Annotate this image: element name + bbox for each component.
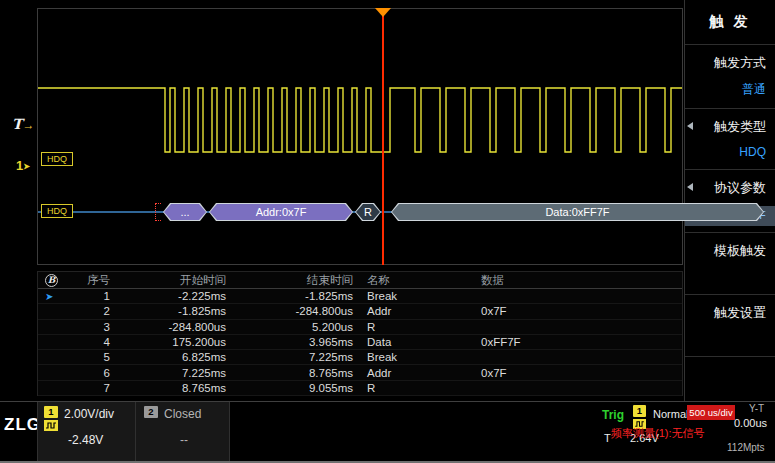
- row-data: 0x7F: [481, 367, 682, 379]
- row-start-time: -284.800us: [110, 321, 226, 333]
- menu-item-label: 协议参数: [694, 179, 766, 197]
- decode-segment-data: Data:0xFF7F: [391, 203, 764, 221]
- row-name: Data: [353, 336, 481, 348]
- menu-item-trigger-mode[interactable]: 触发方式 普通: [685, 45, 775, 109]
- submenu-arrow-icon: [687, 183, 693, 191]
- channel1-scale[interactable]: 2.00V/div: [64, 407, 114, 421]
- header-name: 名称: [353, 273, 481, 288]
- row-name: Break: [353, 290, 481, 302]
- header-index: 序号: [68, 273, 110, 288]
- frequency-warning-text: 频率测量(1):无信号: [611, 426, 705, 441]
- trigger-mode: Normal.: [653, 408, 692, 420]
- frame-start-bracket: [155, 203, 161, 221]
- row-index: 1: [68, 290, 110, 302]
- trigger-level-marker[interactable]: T→: [12, 116, 34, 132]
- table-row[interactable]: 4 175.200us 3.965ms Data 0xFF7F: [38, 335, 682, 350]
- channel1-badge[interactable]: 1: [44, 406, 58, 431]
- zlg-logo: ZLG: [4, 415, 41, 435]
- channel1-zero-marker[interactable]: 1➤: [16, 158, 30, 173]
- menu-item-trigger-settings[interactable]: 触发设置: [685, 295, 775, 357]
- channel1-wave-icon: [44, 420, 58, 431]
- oscilloscope-ui: T→ 1➤ HDQ HDQ ... Addr:0x7F R Data:0xFF7…: [0, 0, 775, 463]
- menu-item-label: 触发方式: [694, 54, 766, 72]
- channel2-offset: --: [180, 433, 188, 447]
- menu-item-trigger-type[interactable]: 触发类型 HDQ: [685, 109, 775, 170]
- menu-item-label: 触发设置: [694, 304, 766, 322]
- decode-segment-addr: Addr:0x7F: [209, 203, 353, 221]
- row-start-time: 6.825ms: [110, 351, 226, 363]
- row-end-time: -284.800us: [226, 305, 353, 317]
- timebase-chip[interactable]: 500 us/div: [687, 405, 735, 420]
- channel2-scale[interactable]: Closed: [164, 407, 201, 421]
- row-end-time: 5.200us: [226, 321, 353, 333]
- channel-panel: 1 2.00V/div -2.48V 2 Closed --: [37, 402, 230, 463]
- trigger-menu: 触 发 触发方式 普通 触发类型 HDQ 协议参数 存储器地址:0x7F 模板触…: [684, 0, 775, 401]
- trigger-t-label: T: [604, 432, 611, 444]
- row-data: 0x7F: [481, 305, 682, 317]
- menu-item-protocol-params[interactable]: 协议参数 存储器地址:0x7F: [685, 170, 775, 233]
- trigger-level-arrow-icon: →: [22, 118, 34, 132]
- channel1-waveform: [37, 8, 683, 265]
- menu-item-value: HDQ: [694, 145, 766, 159]
- table-row[interactable]: 5 6.825ms 7.225ms Break: [38, 350, 682, 365]
- table-header-row: B 序号 开始时间 结束时间 名称 数据: [38, 272, 682, 289]
- row-name: Addr: [353, 305, 481, 317]
- row-index: 2: [68, 305, 110, 317]
- bus-label-decode: HDQ: [41, 204, 73, 218]
- row-start-time: -1.825ms: [110, 305, 226, 317]
- row-start-time: 7.225ms: [110, 367, 226, 379]
- row-end-time: 9.055ms: [226, 382, 353, 394]
- trigger-position-marker[interactable]: [375, 8, 391, 17]
- row-index: 6: [68, 367, 110, 379]
- table-row[interactable]: 6 7.225ms 8.765ms Addr 0x7F: [38, 365, 682, 380]
- channel1-marker-arrow-icon: ➤: [23, 162, 30, 171]
- trigger-source-number-badge: 1: [633, 405, 646, 417]
- menu-item-label: 触发类型: [694, 118, 766, 136]
- menu-item-value: 普通: [694, 81, 766, 98]
- trigger-level-label: T: [12, 116, 22, 132]
- trigger-position-line[interactable]: [382, 8, 384, 265]
- row-end-time: -1.825ms: [226, 290, 353, 302]
- decode-segment-addr-label: Addr:0x7F: [210, 204, 352, 220]
- menu-item-template-trigger[interactable]: 模板触发: [685, 233, 775, 295]
- table-row[interactable]: ➤ 1 -2.225ms -1.825ms Break: [38, 289, 682, 304]
- row-selection-marker: ➤: [38, 291, 68, 302]
- row-start-time: 8.765ms: [110, 382, 226, 394]
- row-index: 4: [68, 336, 110, 348]
- row-index: 7: [68, 382, 110, 394]
- trig-status-label: Trig: [602, 408, 624, 422]
- bus-label-digital: HDQ: [41, 152, 73, 166]
- row-name: R: [353, 382, 481, 394]
- decode-segment-data-label: Data:0xFF7F: [392, 204, 763, 220]
- row-name: Break: [353, 351, 481, 363]
- table-row[interactable]: 2 -1.825ms -284.800us Addr 0x7F: [38, 304, 682, 319]
- header-start-time: 开始时间: [110, 273, 226, 288]
- decode-event-table: B 序号 开始时间 结束时间 名称 数据 ➤ 1 -2.225ms -1.825…: [37, 271, 683, 396]
- header-end-time: 结束时间: [226, 273, 353, 288]
- table-row[interactable]: 3 -284.800us 5.200us R: [38, 320, 682, 335]
- channel2-number-badge[interactable]: 2: [144, 406, 158, 418]
- bus-table-icon[interactable]: B: [45, 274, 58, 287]
- memory-depth: 112Mpts: [727, 442, 765, 453]
- row-name: R: [353, 321, 481, 333]
- header-data: 数据: [481, 273, 682, 288]
- display-mode: Y-T: [749, 403, 764, 414]
- trigger-menu-title: 触 发: [685, 0, 775, 45]
- channel1-offset: -2.48V: [68, 433, 103, 447]
- status-bar: ZLG 1 2.00V/div -2.48V 2 Closed -- Trig …: [0, 401, 775, 463]
- row-data: 0xFF7F: [481, 336, 682, 348]
- decode-segment-start-label: ...: [164, 204, 206, 220]
- row-index: 5: [68, 351, 110, 363]
- table-rows: ➤ 1 -2.225ms -1.825ms Break 2 -1.825ms -…: [38, 289, 682, 396]
- row-end-time: 7.225ms: [226, 351, 353, 363]
- channel1-number-badge: 1: [44, 406, 58, 418]
- decode-segment-r-label: R: [356, 204, 380, 220]
- row-end-time: 8.765ms: [226, 367, 353, 379]
- row-index: 3: [68, 321, 110, 333]
- row-end-time: 3.965ms: [226, 336, 353, 348]
- row-start-time: -2.225ms: [110, 290, 226, 302]
- table-row[interactable]: 7 8.765ms 9.055ms R: [38, 381, 682, 396]
- menu-item-label: 模板触发: [694, 242, 766, 260]
- channel-panel-divider: [135, 402, 136, 463]
- decode-segment-start: ...: [163, 203, 207, 221]
